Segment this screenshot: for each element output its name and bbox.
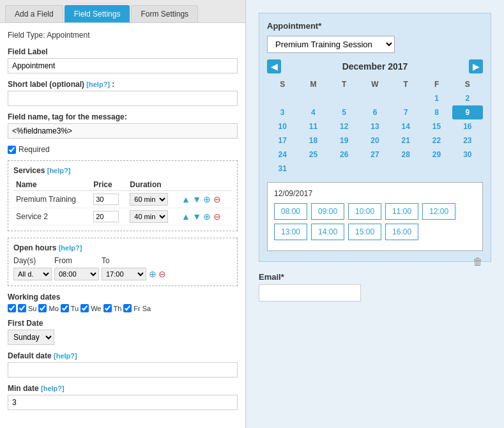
timeslot-1600[interactable]: 16:00 bbox=[385, 224, 418, 240]
cal-day-10[interactable]: 10 bbox=[267, 119, 298, 134]
timeslot-1000[interactable]: 10:00 bbox=[348, 203, 381, 220]
service-price-2[interactable] bbox=[93, 211, 119, 222]
default-date-help[interactable]: [help?] bbox=[54, 352, 77, 360]
cal-day-2[interactable]: 2 bbox=[452, 91, 483, 105]
timeslots-row2: 13:00 14:00 15:00 16:00 bbox=[274, 224, 476, 240]
cal-day-25[interactable]: 25 bbox=[298, 148, 328, 162]
tab-field-settings[interactable]: Field Settings bbox=[65, 5, 130, 22]
field-label-input[interactable] bbox=[8, 58, 238, 73]
cal-day-23[interactable]: 23 bbox=[452, 134, 483, 148]
cal-day-11[interactable]: 11 bbox=[298, 119, 328, 134]
cal-day-4[interactable]: 4 bbox=[298, 105, 328, 119]
short-label-help[interactable]: [help?] bbox=[86, 80, 110, 88]
first-date-select[interactable]: Sunday Monday bbox=[8, 330, 54, 345]
cal-day-12[interactable]: 12 bbox=[329, 119, 360, 134]
cal-day-3[interactable]: 3 bbox=[267, 105, 298, 119]
cal-prev-btn[interactable]: ◀ bbox=[267, 59, 281, 73]
cal-day-19[interactable]: 19 bbox=[329, 134, 360, 148]
services-section: Services [help?] Name Price Duration Pr bbox=[8, 160, 238, 231]
default-date-input[interactable] bbox=[8, 362, 238, 378]
cal-next-btn[interactable]: ▶ bbox=[469, 59, 483, 73]
timeslot-0900[interactable]: 09:00 bbox=[311, 203, 344, 220]
cal-day-13[interactable]: 13 bbox=[360, 119, 390, 134]
tab-bar: Add a Field Field Settings Form Settings bbox=[0, 0, 245, 23]
delete-icon[interactable]: 🗑 bbox=[473, 256, 483, 268]
service-price-1[interactable] bbox=[93, 194, 119, 205]
timeslot-0800[interactable]: 08:00 bbox=[274, 203, 307, 220]
cal-day-15[interactable]: 15 bbox=[421, 119, 452, 134]
tab-add-field[interactable]: Add a Field bbox=[5, 5, 63, 22]
min-date-group: Min date [help?] bbox=[8, 384, 238, 410]
service-up-1[interactable]: ▲ bbox=[181, 194, 190, 204]
min-date-help[interactable]: [help?] bbox=[41, 385, 65, 392]
wd-th-checkbox[interactable] bbox=[103, 304, 112, 312]
service-duration-select-2[interactable]: 40 min 30 min 60 min bbox=[130, 210, 168, 223]
service-name-2: Service 2 bbox=[13, 208, 91, 225]
cal-day-1[interactable]: 1 bbox=[421, 91, 452, 105]
oh-day-select[interactable]: All d.MonTue bbox=[13, 268, 52, 280]
wd-we-checkbox[interactable] bbox=[80, 304, 89, 312]
cal-day-22[interactable]: 22 bbox=[421, 134, 452, 148]
cal-day-14[interactable]: 14 bbox=[390, 119, 421, 134]
service-name-1: Premium Training bbox=[13, 191, 91, 208]
cal-day-5[interactable]: 5 bbox=[329, 105, 360, 119]
cal-day-7[interactable]: 7 bbox=[390, 105, 421, 119]
service-duration-select-1[interactable]: 60 min 30 min 45 min bbox=[130, 193, 168, 206]
service-add-1[interactable]: ⊕ bbox=[203, 194, 211, 204]
cal-day-24[interactable]: 24 bbox=[267, 148, 298, 162]
timeslot-1400[interactable]: 14:00 bbox=[311, 224, 344, 240]
cal-day-selected[interactable]: 9 bbox=[452, 105, 483, 119]
cal-day-16[interactable]: 16 bbox=[452, 119, 483, 134]
short-label-input[interactable] bbox=[8, 91, 238, 106]
cal-day-28[interactable]: 28 bbox=[390, 148, 421, 162]
appointment-widget-title: Appointment* bbox=[267, 21, 483, 31]
cal-day-6[interactable]: 6 bbox=[360, 105, 390, 119]
services-table: Name Price Duration Premium Training bbox=[13, 179, 232, 225]
wd-su-checkbox[interactable] bbox=[18, 304, 26, 312]
tab-form-settings[interactable]: Form Settings bbox=[131, 5, 198, 22]
timeslot-1100[interactable]: 11:00 bbox=[385, 203, 418, 220]
cal-day-31[interactable]: 31 bbox=[267, 162, 298, 176]
services-help[interactable]: [help?] bbox=[47, 167, 71, 174]
field-name-input[interactable] bbox=[8, 123, 238, 139]
service-remove-2[interactable]: ⊖ bbox=[213, 211, 221, 222]
cal-day-18[interactable]: 18 bbox=[298, 134, 328, 148]
open-hours-help[interactable]: [help?] bbox=[59, 244, 82, 252]
wd-fr-checkbox[interactable] bbox=[123, 304, 132, 312]
required-checkbox[interactable] bbox=[8, 146, 16, 154]
cal-day-30[interactable]: 30 bbox=[452, 148, 483, 162]
cal-day-17[interactable]: 17 bbox=[267, 134, 298, 148]
timeslots-date: 12/09/2017 bbox=[274, 189, 476, 198]
wd-all-checkbox[interactable] bbox=[8, 304, 16, 312]
service-down-2[interactable]: ▼ bbox=[192, 211, 201, 222]
cal-day-20[interactable]: 20 bbox=[360, 134, 390, 148]
email-input[interactable] bbox=[259, 284, 361, 302]
col-days: Day(s) bbox=[13, 256, 52, 265]
calendar-nav: ◀ December 2017 ▶ bbox=[267, 59, 483, 73]
wd-mo-checkbox[interactable] bbox=[38, 304, 47, 312]
service-down-1[interactable]: ▼ bbox=[192, 194, 201, 204]
wd-tu-checkbox[interactable] bbox=[61, 304, 69, 312]
min-date-input[interactable] bbox=[8, 395, 238, 410]
right-panel: Appointment* Premium Training Session Se… bbox=[246, 0, 504, 428]
timeslot-1500[interactable]: 15:00 bbox=[348, 224, 381, 240]
wd-we-label: We bbox=[91, 305, 101, 312]
service-remove-1[interactable]: ⊖ bbox=[213, 194, 221, 204]
cal-day-26[interactable]: 26 bbox=[329, 148, 360, 162]
timeslot-1200[interactable]: 12:00 bbox=[422, 203, 455, 220]
required-label: Required bbox=[19, 145, 50, 154]
service-up-2[interactable]: ▲ bbox=[181, 211, 190, 222]
service-dropdown[interactable]: Premium Training Session Service 2 bbox=[267, 36, 395, 53]
timeslot-1300[interactable]: 13:00 bbox=[274, 224, 307, 240]
cal-day-27[interactable]: 27 bbox=[360, 148, 390, 162]
service-add-2[interactable]: ⊕ bbox=[203, 211, 211, 222]
cal-day-8[interactable]: 8 bbox=[421, 105, 452, 119]
oh-add-btn[interactable]: ⊕ bbox=[149, 269, 157, 279]
cal-day-21[interactable]: 21 bbox=[390, 134, 421, 148]
oh-from-select[interactable]: 08:0009:0010:00 bbox=[54, 268, 99, 280]
wd-tu-label: Tu bbox=[71, 305, 79, 312]
oh-remove-btn[interactable]: ⊖ bbox=[158, 269, 166, 279]
cal-day-29[interactable]: 29 bbox=[421, 148, 452, 162]
default-date-label: Default date [help?] bbox=[8, 351, 238, 360]
oh-to-select[interactable]: 17:0018:0016:00 bbox=[102, 268, 146, 280]
